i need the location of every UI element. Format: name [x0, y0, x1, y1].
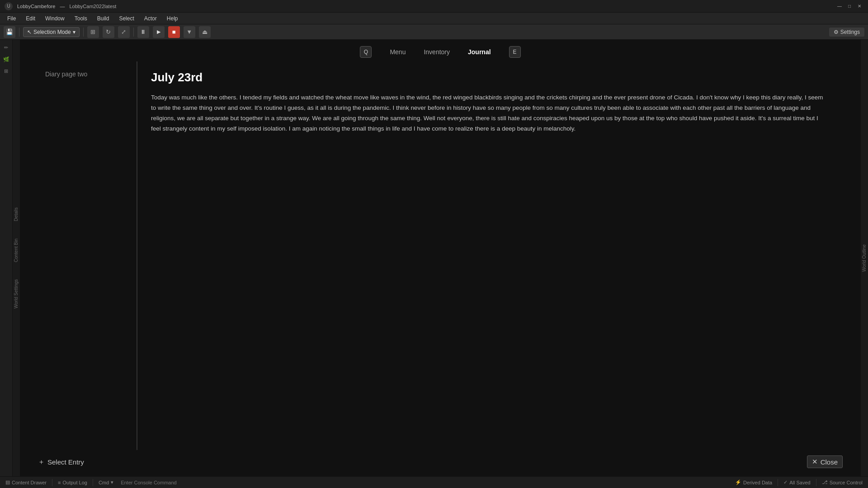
vtab-world-settings[interactable]: World Settings — [13, 277, 20, 310]
status-div-3 — [778, 479, 778, 486]
cursor-icon: ↖ — [27, 29, 32, 35]
menu-build[interactable]: Build — [94, 14, 113, 23]
close-journal-button[interactable]: ✕ Close — [807, 455, 843, 468]
output-log-button[interactable]: ≡ Output Log — [56, 477, 89, 488]
restore-button[interactable]: □ — [845, 2, 854, 10]
menu-window[interactable]: Window — [42, 14, 68, 23]
status-div-2 — [93, 479, 93, 486]
toolbar-divider-1 — [19, 28, 19, 37]
transform-icon[interactable]: ⊞ — [87, 26, 99, 38]
journal-left-panel: Diary page two — [38, 61, 137, 450]
game-area: Q Menu Inventory Journal E Diary page — [20, 40, 861, 476]
pause-button[interactable]: ⏸ — [137, 26, 149, 38]
e-key-label: E — [513, 49, 517, 55]
settings-button[interactable]: ⚙ Settings — [829, 28, 864, 37]
status-bar: ▤ Content Drawer ≡ Output Log Cmd ▾ ⚡ De… — [0, 476, 868, 488]
window-controls: — □ ✕ — [835, 2, 863, 10]
console-input-area[interactable] — [119, 477, 213, 488]
status-div-1 — [52, 479, 52, 486]
project-name: LobbyCambefore — [17, 4, 55, 9]
menu-bar: File Edit Window Tools Build Select Acto… — [0, 13, 868, 24]
q-key-label: Q — [364, 49, 368, 55]
game-nav: Q Menu Inventory Journal E — [20, 40, 861, 61]
save-icon[interactable]: 💾 — [4, 26, 15, 38]
rotate-icon[interactable]: ↻ — [103, 26, 114, 38]
left-vtabs: Details Content Bin World Settings — [13, 40, 20, 476]
play-button[interactable]: ▶ — [153, 26, 165, 38]
all-saved-label: All Saved — [789, 480, 810, 485]
mesh-icon[interactable]: ⊞ — [1, 66, 11, 76]
close-button[interactable]: ✕ — [855, 2, 863, 10]
derived-data-label: Derived Data — [743, 480, 772, 485]
game-ui: Q Menu Inventory Journal E Diary page — [20, 40, 861, 476]
minimize-button[interactable]: — — [835, 2, 844, 10]
close-label: Close — [821, 458, 838, 466]
content-drawer-button[interactable]: ▤ Content Drawer — [4, 477, 48, 488]
toolbar: 💾 ↖ Selection Mode ▾ ⊞ ↻ ⤢ ⏸ ▶ ■ ▼ ⏏ ⚙ S… — [0, 24, 868, 40]
menu-select[interactable]: Select — [115, 14, 137, 23]
menu-file[interactable]: File — [4, 14, 19, 23]
menu-actor[interactable]: Actor — [141, 14, 160, 23]
selection-mode-button[interactable]: ↖ Selection Mode ▾ — [23, 27, 80, 37]
right-vtabs: World Outline — [861, 40, 868, 476]
nav-inventory[interactable]: Inventory — [424, 48, 450, 56]
title-separator: — — [60, 4, 65, 9]
eject-icon[interactable]: ⏏ — [199, 26, 211, 38]
paint-icon[interactable]: ✏ — [1, 42, 11, 52]
menu-help[interactable]: Help — [163, 14, 182, 23]
all-saved-button[interactable]: ✓ All Saved — [782, 479, 812, 485]
menu-nav-label: Menu — [390, 48, 406, 56]
diary-entry-title[interactable]: Diary page two — [45, 70, 129, 78]
chevron-down-icon: ▾ — [73, 29, 75, 35]
options-icon[interactable]: ▼ — [184, 26, 195, 38]
content-drawer-icon: ▤ — [5, 479, 10, 485]
status-right: ⚡ Derived Data ✓ All Saved ⎇ Source Cont… — [733, 479, 864, 486]
source-control-button[interactable]: ⎇ Source Control — [820, 479, 864, 485]
inventory-nav-label: Inventory — [424, 48, 450, 56]
output-log-label: Output Log — [62, 480, 87, 485]
project-main-name: LobbyCam2022latest — [69, 4, 116, 9]
journal-content: Diary page two July 23rd Today was much … — [38, 61, 843, 450]
output-log-icon: ≡ — [58, 480, 61, 485]
game-bottom: ＋ Select Entry ✕ Close — [20, 450, 861, 476]
console-input[interactable] — [121, 480, 211, 485]
nav-right-key[interactable]: E — [509, 46, 521, 58]
vtab-details[interactable]: Details — [13, 206, 20, 223]
close-icon: ✕ — [812, 458, 818, 466]
menu-tools[interactable]: Tools — [71, 14, 91, 23]
main-layout: ✏ 🌿 ⊞ Details Content Bin World Settings… — [0, 40, 868, 476]
derived-data-button[interactable]: ⚡ Derived Data — [733, 479, 774, 485]
derived-data-icon: ⚡ — [735, 479, 741, 485]
left-panel: ✏ 🌿 ⊞ — [0, 40, 13, 476]
stop-button[interactable]: ■ — [168, 26, 180, 38]
vtab-content-bin[interactable]: Content Bin — [13, 237, 20, 264]
plus-icon: ＋ — [38, 458, 45, 466]
save-status-icon: ✓ — [783, 479, 788, 485]
select-entry-button[interactable]: ＋ Select Entry — [38, 458, 84, 466]
status-div-4 — [816, 479, 816, 486]
source-control-icon: ⎇ — [822, 479, 828, 485]
cmd-chevron-icon: ▾ — [111, 479, 113, 485]
cmd-dropdown[interactable]: Cmd ▾ — [97, 477, 115, 488]
content-drawer-label: Content Drawer — [12, 480, 47, 485]
journal-text: Today was much like the others. I tended… — [151, 93, 829, 134]
nav-journal[interactable]: Journal — [468, 48, 491, 56]
app-logo: U — [5, 2, 13, 10]
title-bar-left: U LobbyCambefore — LobbyCam2022latest — [5, 2, 116, 10]
journal-nav-label: Journal — [468, 48, 491, 56]
journal-right-panel: July 23rd Today was much like the others… — [137, 61, 843, 450]
nav-menu[interactable]: Menu — [390, 48, 406, 56]
select-entry-label: Select Entry — [47, 458, 84, 466]
scale-icon[interactable]: ⤢ — [118, 26, 130, 38]
toolbar-divider-2 — [83, 28, 84, 37]
menu-edit[interactable]: Edit — [22, 14, 39, 23]
nav-left-key[interactable]: Q — [360, 46, 372, 58]
foliage-icon[interactable]: 🌿 — [1, 54, 11, 64]
title-bar: U LobbyCambefore — LobbyCam2022latest — … — [0, 0, 868, 13]
toolbar-divider-3 — [133, 28, 134, 37]
source-control-label: Source Control — [830, 480, 863, 485]
journal-date: July 23rd — [151, 70, 829, 84]
vtab-world-outline[interactable]: World Outline — [861, 243, 868, 273]
selection-mode-label: Selection Mode — [33, 29, 71, 35]
cmd-label: Cmd — [99, 480, 109, 485]
